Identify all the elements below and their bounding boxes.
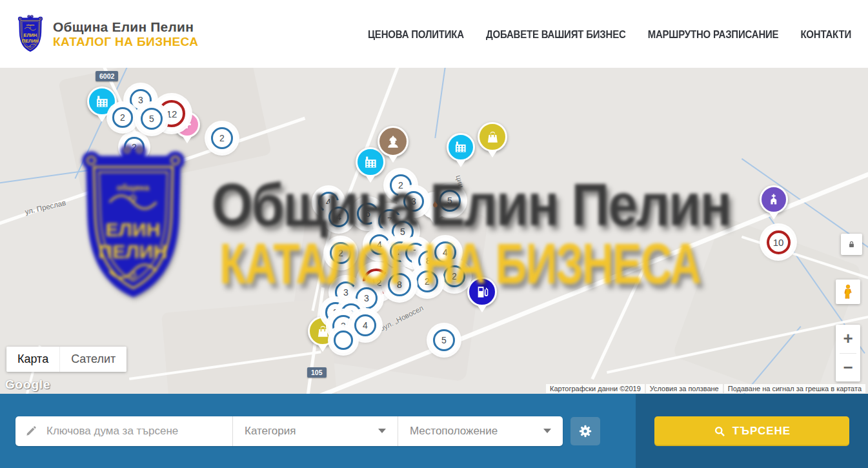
street-label: ции xyxy=(455,174,465,188)
cluster-count: 2 xyxy=(425,276,430,287)
cluster-count: 3 xyxy=(411,196,416,207)
fuel-pin[interactable] xyxy=(467,277,497,307)
pencil-icon xyxy=(25,425,37,438)
search-bar: Категория Местоположение ТЪРСЕНЕ xyxy=(0,394,868,468)
cluster-count: 3 xyxy=(138,95,143,105)
cluster-marker[interactable]: 2 xyxy=(326,238,356,268)
cluster-marker[interactable]: 2 xyxy=(109,104,136,131)
cluster-count: 3 xyxy=(343,287,348,298)
cluster-count: 4 xyxy=(443,247,448,258)
lock-button[interactable] xyxy=(841,234,862,255)
terms-link[interactable]: Условия за ползване xyxy=(646,384,723,393)
search-bar-right: ТЪРСЕНЕ xyxy=(636,394,868,468)
map-block xyxy=(58,68,272,194)
worker-pin[interactable] xyxy=(378,126,409,157)
cluster-count: 4 xyxy=(377,239,382,250)
cluster-count: 2 xyxy=(398,180,403,190)
map-attribution: Картографски данни ©2019 Условия за полз… xyxy=(546,384,865,393)
category-select[interactable]: Категория xyxy=(232,416,398,446)
cluster-marker[interactable]: 2 xyxy=(207,123,237,153)
cluster-count: 2 xyxy=(338,248,343,258)
search-bar-left: Категория Местоположение xyxy=(0,394,636,468)
lock-icon xyxy=(847,239,856,249)
zoom-control: + − xyxy=(836,325,860,382)
cluster-marker[interactable]: 8 xyxy=(384,269,415,300)
search-fields-group: Категория Местоположение xyxy=(15,416,563,446)
brand[interactable]: Община Елин Пелин КАТАЛОГ НА БИЗНЕСА xyxy=(14,12,198,57)
cluster-count: 10 xyxy=(773,237,784,248)
search-icon xyxy=(713,425,726,438)
cluster-count: 4 xyxy=(336,212,341,222)
site-title: КАТАЛОГ НА БИЗНЕСА xyxy=(53,35,198,49)
cluster-count: 2 xyxy=(132,142,137,152)
chevron-down-icon xyxy=(543,429,551,433)
cluster-count: 2 xyxy=(219,133,225,143)
advanced-options-button[interactable] xyxy=(570,417,600,445)
cluster-count: 5 xyxy=(400,227,405,237)
cluster-count: 6 xyxy=(365,209,370,219)
cluster-count: 5 xyxy=(447,196,452,206)
nav-add-business[interactable]: ДОБАВЕТЕ ВАШИЯТ БИЗНЕС xyxy=(486,28,626,40)
nav-contacts[interactable]: КОНТАКТИ xyxy=(800,28,851,40)
map-river xyxy=(434,68,447,138)
cluster-marker[interactable]: 5 xyxy=(429,325,459,355)
cluster-count: 2 xyxy=(452,271,457,281)
search-button-label: ТЪРСЕНЕ xyxy=(732,425,791,438)
google-logo[interactable]: Google xyxy=(5,378,50,392)
church-pin[interactable] xyxy=(760,185,788,214)
map-type-control: Карта Сателит xyxy=(6,347,126,372)
category-select-label: Категория xyxy=(245,425,296,438)
cluster-marker[interactable] xyxy=(330,327,356,353)
cluster-marker[interactable]: 10 xyxy=(762,226,794,258)
cluster-marker[interactable]: 4 xyxy=(325,203,353,231)
chevron-down-icon xyxy=(378,429,386,433)
cluster-marker[interactable]: 5 xyxy=(137,104,167,134)
street-view-pegman-button[interactable] xyxy=(836,280,860,304)
gear-icon xyxy=(578,423,593,439)
nav-route-schedule[interactable]: МАРШРУТНО РАЗПИСАНИЕ xyxy=(648,28,779,40)
main-nav: ЦЕНОВА ПОЛИТИКА ДОБАВЕТЕ ВАШИЯТ БИЗНЕС М… xyxy=(368,28,851,39)
keyword-search-input[interactable] xyxy=(45,424,216,438)
zoom-in-button[interactable]: + xyxy=(836,325,860,353)
nav-pricing-policy[interactable]: ЦЕНОВА ПОЛИТИКА xyxy=(368,28,464,40)
cluster-count: 3 xyxy=(364,293,369,303)
cluster-count: 2 xyxy=(120,112,125,123)
street-label: ул. Преслав xyxy=(24,199,66,216)
zoom-out-button[interactable]: − xyxy=(836,353,860,382)
keyword-field-wrap xyxy=(15,416,232,446)
cluster-count: 12 xyxy=(167,108,177,119)
cluster-count: 4 xyxy=(363,320,368,331)
cluster-marker[interactable]: 2 xyxy=(412,267,442,296)
municipality-logo xyxy=(14,12,46,57)
cluster-marker[interactable]: 2 xyxy=(439,261,469,291)
cluster-count: 8 xyxy=(426,256,431,266)
map-type-map-button[interactable]: Карта xyxy=(6,347,59,372)
factory-pin[interactable] xyxy=(447,133,475,161)
map-type-satellite-button[interactable]: Сателит xyxy=(59,347,126,372)
location-select-label: Местоположение xyxy=(410,425,498,438)
header: Община Елин Пелин КАТАЛОГ НА БИЗНЕСА ЦЕН… xyxy=(0,0,868,68)
cluster-marker[interactable]: 3 xyxy=(399,187,428,216)
location-select[interactable]: Местоположение xyxy=(398,416,563,446)
road-number-badge: 6002 xyxy=(96,71,118,81)
map-road xyxy=(590,261,648,380)
org-title: Община Елин Пелин xyxy=(53,19,198,35)
cluster-marker[interactable]: 2 xyxy=(121,134,148,161)
cluster-count: 5 xyxy=(441,335,447,345)
bag-pin[interactable] xyxy=(478,122,507,152)
report-error-link[interactable]: Подаване на сигнал за грешка в картата xyxy=(724,384,865,393)
search-button[interactable]: ТЪРСЕНЕ xyxy=(654,416,849,446)
pegman-icon xyxy=(840,283,856,300)
map-copyright: Картографски данни ©2019 xyxy=(546,384,645,393)
road-number-badge: 105 xyxy=(307,367,327,378)
google-map[interactable]: ул. Преславбул. „Новоселции6002105 23212… xyxy=(0,68,868,394)
cluster-count: 8 xyxy=(397,280,402,290)
cluster-count: 5 xyxy=(149,114,154,124)
